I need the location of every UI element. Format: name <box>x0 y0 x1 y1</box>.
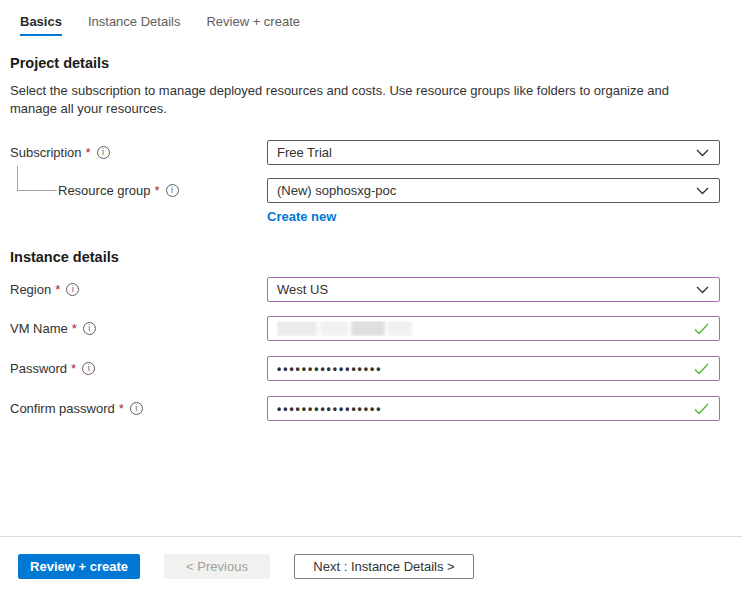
tab-review-create[interactable]: Review + create <box>206 14 300 36</box>
info-icon[interactable]: i <box>130 402 143 415</box>
info-icon-glyph: i <box>135 404 137 413</box>
required-asterisk: * <box>155 183 160 198</box>
region-label: Region <box>10 282 51 297</box>
required-asterisk: * <box>119 401 124 416</box>
footer-button-bar: Review + create < Previous Next : Instan… <box>18 554 474 579</box>
password-label: Password <box>10 361 67 376</box>
resource-group-value: (New) sophosxg-poc <box>277 183 696 198</box>
info-icon-glyph: i <box>88 324 90 333</box>
subscription-label-group: Subscription * i <box>10 140 267 165</box>
resource-group-row: Resource group * i (New) sophosxg-poc Cr… <box>10 178 720 224</box>
instance-details-heading: Instance details <box>10 249 720 265</box>
confirm-password-row: Confirm password * i ••••••••••••••••• <box>10 396 720 421</box>
subscription-value: Free Trial <box>277 145 696 160</box>
confirm-password-input[interactable]: ••••••••••••••••• <box>267 396 720 421</box>
required-asterisk: * <box>72 321 77 336</box>
project-details-heading: Project details <box>10 55 720 71</box>
redacted-text-blur <box>277 321 694 336</box>
region-value: West US <box>277 282 696 297</box>
info-icon-glyph: i <box>72 285 74 294</box>
resource-group-label: Resource group <box>58 183 151 198</box>
info-icon[interactable]: i <box>82 362 95 375</box>
valid-checkmark-icon <box>694 403 709 415</box>
info-icon-glyph: i <box>171 186 173 195</box>
form-content: Project details Select the subscription … <box>0 55 742 421</box>
create-new-link[interactable]: Create new <box>267 209 336 224</box>
footer-divider <box>0 536 742 537</box>
info-icon[interactable]: i <box>83 322 96 335</box>
previous-button[interactable]: < Previous <box>164 554 270 579</box>
info-icon[interactable]: i <box>97 146 110 159</box>
review-create-button[interactable]: Review + create <box>18 554 140 579</box>
password-input[interactable]: ••••••••••••••••• <box>267 356 720 381</box>
chevron-down-icon <box>696 286 709 294</box>
resource-group-dropdown[interactable]: (New) sophosxg-poc <box>267 178 720 203</box>
region-label-group: Region * i <box>10 277 267 302</box>
required-asterisk: * <box>86 145 91 160</box>
tab-basics[interactable]: Basics <box>20 14 62 36</box>
region-dropdown[interactable]: West US <box>267 277 720 302</box>
tab-instance-details[interactable]: Instance Details <box>88 14 181 36</box>
subscription-row: Subscription * i Free Trial <box>10 140 720 165</box>
vm-name-input[interactable] <box>267 316 720 341</box>
vm-name-label: VM Name <box>10 321 68 336</box>
valid-checkmark-icon <box>694 363 709 375</box>
password-masked-value: ••••••••••••••••• <box>277 362 694 376</box>
vm-name-row: VM Name * i <box>10 316 720 341</box>
hierarchy-connector-line <box>17 166 57 191</box>
tab-bar: Basics Instance Details Review + create <box>0 0 742 36</box>
region-row: Region * i West US <box>10 277 720 302</box>
subscription-label: Subscription <box>10 145 82 160</box>
password-label-group: Password * i <box>10 356 267 381</box>
required-asterisk: * <box>71 361 76 376</box>
chevron-down-icon <box>696 149 709 157</box>
project-details-description: Select the subscription to manage deploy… <box>10 82 716 118</box>
vm-name-label-group: VM Name * i <box>10 316 267 341</box>
info-icon[interactable]: i <box>66 283 79 296</box>
valid-checkmark-icon <box>694 323 709 335</box>
subscription-dropdown[interactable]: Free Trial <box>267 140 720 165</box>
confirm-password-label: Confirm password <box>10 401 115 416</box>
required-asterisk: * <box>55 282 60 297</box>
vm-name-redacted-value <box>277 321 694 336</box>
password-row: Password * i ••••••••••••••••• <box>10 356 720 381</box>
next-instance-details-button[interactable]: Next : Instance Details > <box>294 554 474 579</box>
chevron-down-icon <box>696 187 709 195</box>
info-icon-glyph: i <box>102 148 104 157</box>
create-vm-basics-page: Basics Instance Details Review + create … <box>0 0 742 590</box>
info-icon[interactable]: i <box>166 184 179 197</box>
info-icon-glyph: i <box>88 364 90 373</box>
confirm-password-label-group: Confirm password * i <box>10 396 267 421</box>
confirm-password-masked-value: ••••••••••••••••• <box>277 402 694 416</box>
